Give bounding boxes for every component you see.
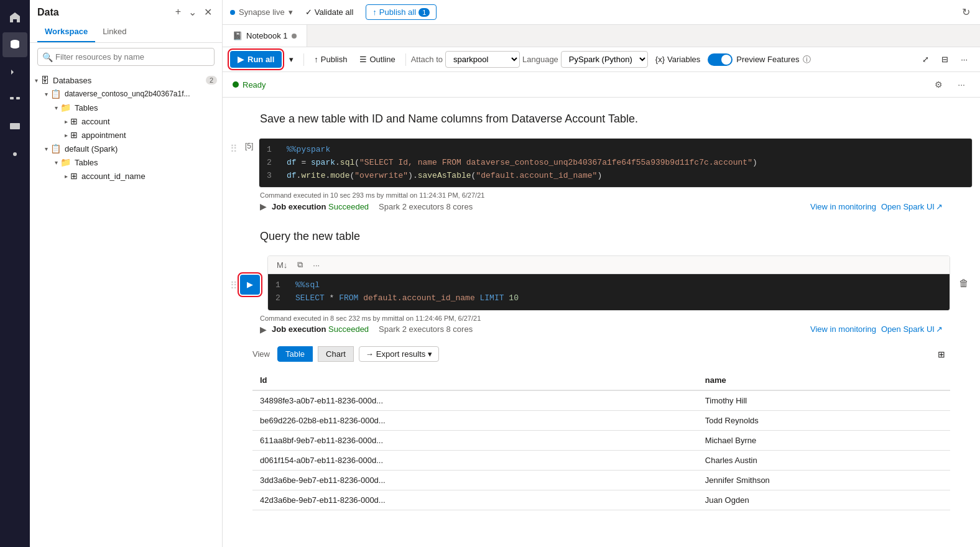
md-button[interactable]: M↓ (273, 259, 291, 271)
synapse-live[interactable]: Synapse live ▾ (230, 7, 293, 17)
expand-icon-2[interactable]: ▶ (260, 324, 267, 334)
tab-workspace[interactable]: Workspace (37, 22, 95, 42)
expand-button[interactable]: ⤢ (917, 51, 934, 68)
tree-db1-tables[interactable]: ▾ 📁 Tables (30, 101, 222, 114)
more-options-button[interactable]: ··· (956, 51, 973, 68)
svg-point-4 (13, 152, 17, 156)
expand-icon[interactable]: ▶ (260, 201, 267, 211)
monitor-icon[interactable] (2, 114, 27, 139)
tree: ▾ 🗄 Databases 2 ▾ 📋 dataverse_contoso_un… (30, 71, 222, 547)
tree-db2[interactable]: ▾ 📋 default (Spark) (30, 142, 222, 155)
integrate-icon[interactable] (2, 87, 27, 112)
data-icon[interactable] (2, 32, 27, 57)
run-dropdown-button[interactable]: ▾ (284, 51, 298, 68)
refresh-button[interactable]: ↻ (959, 4, 973, 21)
sidebar-title: Data (37, 7, 59, 18)
tables2-label: Tables (75, 158, 98, 167)
job-execution-label-2: Job execution (272, 324, 326, 334)
tree-account-id-name[interactable]: ▸ ⊞ account_id_name (30, 169, 222, 183)
cell-drag-handle[interactable]: ⠿ (230, 138, 240, 155)
tree-databases[interactable]: ▾ 🗄 Databases 2 (30, 73, 222, 87)
upload-icon: ↑ (314, 55, 318, 64)
publish-button[interactable]: ↑ Publish (309, 51, 352, 68)
delete-cell-button[interactable]: 🗑 (955, 277, 973, 290)
upload-icon: ↑ (372, 7, 377, 17)
copy-cell-button[interactable]: ⧉ (294, 259, 307, 271)
job-execution-label: Job execution (272, 202, 326, 211)
cell-more-button[interactable]: ··· (309, 259, 323, 271)
svg-rect-2 (16, 97, 20, 99)
outline-button[interactable]: ☰ Outline (354, 51, 400, 68)
view-label: View (252, 349, 270, 359)
cell1-job-status: ▶ Job execution Succeeded Spark 2 execut… (260, 201, 943, 211)
account-id-name-label: account_id_name (81, 172, 146, 181)
attach-to-select[interactable]: sparkpool (445, 51, 520, 68)
icon-rail (0, 0, 30, 547)
folder-icon: 📁 (60, 103, 71, 113)
cell-id: 3dd3a6be-9eb7-eb11-8236-000d... (252, 470, 698, 490)
tree-db2-tables[interactable]: ▾ 📁 Tables (30, 155, 222, 169)
external-link-icon-2: ↗ (936, 324, 943, 334)
table-row: 611aa8bf-9eb7-eb11-8236-000d...Michael B… (252, 430, 950, 450)
cell-id: be69d226-02b8-eb11-8236-000d... (252, 410, 698, 430)
external-link-icon: ↗ (936, 202, 943, 211)
table-row: 42d3a6be-9eb7-eb11-8236-000d...Juan Ogde… (252, 490, 950, 510)
job-succeeded: Succeeded (328, 202, 369, 211)
variables-button[interactable]: {x} Variables (650, 51, 705, 68)
code-block-2[interactable]: 1%%sql 2SELECT * FROM default.account_id… (268, 274, 950, 310)
export-icon: → (366, 349, 374, 359)
add-icon[interactable]: + (173, 5, 183, 19)
view-monitoring-link-2[interactable]: View in monitoring (810, 324, 876, 334)
schema2-icon: 📋 (50, 144, 61, 154)
settings-button[interactable]: ⚙ (930, 76, 948, 93)
table-expand-button[interactable]: ⊞ (933, 346, 950, 363)
table-tab-button[interactable]: Table (277, 346, 313, 362)
divider2 (405, 53, 406, 66)
tab-linked[interactable]: Linked (95, 22, 134, 42)
main-area: Synapse live ▾ ✓ Validate all ↑ Publish … (223, 0, 980, 547)
preview-toggle-switch[interactable] (708, 53, 733, 66)
chevron-down-icon: ▾ (35, 77, 38, 84)
tree-appointment[interactable]: ▸ ⊞ appointment (30, 128, 222, 142)
folder2-icon: 📁 (60, 157, 71, 167)
svg-rect-3 (10, 123, 20, 129)
close-icon[interactable]: ✕ (201, 5, 215, 19)
search-box: 🔍 (37, 48, 215, 66)
job-succeeded-2: Succeeded (328, 324, 369, 334)
view-monitoring-link[interactable]: View in monitoring (810, 202, 876, 211)
schema-icon: 📋 (50, 89, 61, 99)
develop-icon[interactable] (2, 60, 27, 85)
manage-icon[interactable] (2, 142, 27, 167)
search-input[interactable] (37, 48, 215, 66)
notebook-more-button[interactable]: ··· (953, 76, 970, 93)
publish-all-button[interactable]: ↑ Publish all 1 (366, 4, 437, 20)
chart-tab-button[interactable]: Chart (318, 346, 354, 362)
col-name: name (698, 370, 950, 390)
chevron-down-icon: ▾ (289, 55, 294, 64)
table-row: be69d226-02b8-eb11-8236-000d...Todd Reyn… (252, 410, 950, 430)
tree-db1[interactable]: ▾ 📋 dataverse_contoso_unq2b40367a1f... (30, 87, 222, 101)
notebook-tab-1[interactable]: 📓 Notebook 1 (223, 25, 307, 47)
collapse-icon[interactable]: ⌄ (186, 5, 199, 19)
results-toolbar: View Table Chart → Export results ▾ ⊞ (252, 343, 950, 365)
open-spark-link[interactable]: Open Spark UI ↗ (881, 202, 943, 211)
language-select[interactable]: PySpark (Python) (561, 51, 648, 68)
table2-icon: ⊞ (70, 171, 78, 181)
code-block[interactable]: 1%%pyspark 2df = spark.sql("SELECT Id, n… (259, 139, 972, 187)
home-icon[interactable] (2, 5, 27, 30)
preview-info-icon[interactable]: ⓘ (803, 54, 811, 65)
cell-name: Michael Byrne (698, 430, 950, 450)
cell2-drag-handle[interactable]: ⠿ (230, 275, 240, 292)
section1-title: Save a new table with ID and Name column… (223, 108, 980, 131)
notebook-toolbar: ▶ Run all ▾ ↑ Publish ☰ Outline Attach t… (223, 47, 980, 72)
open-spark-link-2[interactable]: Open Spark UI ↗ (881, 324, 943, 334)
run-all-button[interactable]: ▶ Run all (230, 51, 282, 68)
validate-all-button[interactable]: ✓ Validate all (300, 5, 359, 19)
variables-icon: {x} (655, 55, 665, 64)
sidebar-header-icons: + ⌄ ✕ (173, 5, 215, 19)
export-results-button[interactable]: → Export results ▾ (359, 346, 439, 362)
cell-run-button[interactable]: ▶ (240, 275, 260, 295)
table-view-button[interactable]: ⊟ (936, 51, 953, 68)
tree-account[interactable]: ▸ ⊞ account (30, 114, 222, 128)
cell2-output: Command executed in 8 sec 232 ms by mmit… (223, 311, 980, 338)
